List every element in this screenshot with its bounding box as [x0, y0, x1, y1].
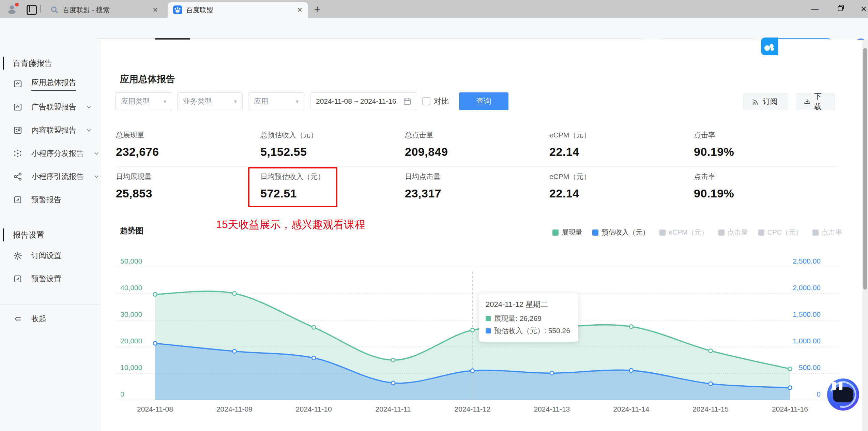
date-range-picker[interactable]: 2024-11-08 ~ 2024-11-16 [310, 92, 417, 110]
tab-strip-divider [40, 5, 41, 13]
sidebar: 百青藤报告 应用总体报告 广告联盟报告 内容联盟报告 [0, 40, 101, 431]
sidebar-item-alert-report[interactable]: 预警报告 [0, 188, 100, 211]
point-展现量[interactable] [629, 325, 633, 328]
point-展现量[interactable] [471, 328, 474, 332]
section-marker [3, 57, 4, 70]
tab-close-icon[interactable]: ✕ [152, 6, 158, 14]
tab-close-icon[interactable]: ✕ [297, 6, 303, 14]
chevron-down-icon: ▾ [234, 98, 237, 105]
sidebar-collapse-button[interactable]: 收起 [0, 304, 100, 330]
point-预估收入（元）[interactable] [550, 371, 554, 375]
app-type-select[interactable]: 应用类型▾ [115, 92, 172, 110]
chevron-down-icon [93, 150, 100, 157]
floating-assistant-button[interactable] [827, 378, 859, 411]
red-annotation-text: 15天收益展示，感兴趣观看课程 [216, 218, 365, 232]
share-icon [13, 172, 22, 181]
compare-checkbox[interactable] [422, 97, 430, 105]
sidebar-item-content-union-report[interactable]: 内容联盟报告 [0, 119, 100, 142]
calendar-icon [403, 97, 411, 105]
assistant-eye [832, 382, 836, 390]
legend-swatch [659, 229, 666, 236]
gear-icon [13, 251, 22, 261]
stat-total-clicks: 总点击量209,849 [405, 130, 549, 159]
sidebar-item-ad-union-report[interactable]: 广告联盟报告 [0, 95, 100, 119]
stat-daily-impressions: 日均展现量25,853 [116, 172, 260, 200]
query-button[interactable]: 查询 [459, 92, 508, 110]
window-close-button[interactable]: ✕ [861, 5, 867, 14]
point-展现量[interactable] [312, 326, 316, 329]
point-预估收入（元）[interactable] [391, 381, 395, 385]
browser-tab-baidu-union[interactable]: 百度联盟 ✕ [168, 2, 308, 18]
y-axis-right-label: 1,000.00 [793, 337, 821, 345]
x-axis-label: 2024-11-15 [692, 405, 729, 413]
point-预估收入（元）[interactable] [709, 382, 713, 386]
section-marker [3, 228, 4, 241]
y-axis-right-label: 500.00 [799, 363, 821, 371]
legend-label: 预估收入（元） [601, 228, 649, 237]
sidebar-item-miniprogram-traffic-report[interactable]: 小程序引流报告 [0, 165, 100, 188]
point-展现量[interactable] [232, 292, 236, 295]
sidebar-item-alert-settings[interactable]: 预警设置 [0, 267, 100, 291]
legend-item[interactable]: 展现量 [552, 228, 582, 237]
scrollbar-thumb[interactable] [863, 48, 867, 289]
biz-type-select[interactable]: 业务类型▾ [177, 92, 243, 110]
sidebar-item-app-overall-report[interactable]: 应用总体报告 [0, 72, 100, 95]
legend-swatch [812, 229, 819, 236]
legend-item[interactable]: 点击量 [718, 228, 748, 237]
point-预估收入（元）[interactable] [471, 369, 474, 373]
point-展现量[interactable] [788, 367, 792, 371]
legend-item[interactable]: 点击率 [812, 228, 842, 237]
stat-ecpm: eCPM（元）22.14 [549, 130, 694, 159]
legend-swatch [552, 229, 559, 236]
point-预估收入（元）[interactable] [312, 356, 316, 360]
workspaces-icon[interactable] [27, 5, 37, 15]
x-axis-label: 2024-11-12 [455, 405, 491, 413]
report-icon [13, 79, 22, 89]
chevron-down-icon [86, 127, 92, 133]
content-report-icon [13, 125, 22, 135]
report-icon [13, 102, 22, 112]
legend-item[interactable]: 预估收入（元） [592, 228, 649, 237]
stats-row-total: 总展现量232,676 总预估收入（元）5,152.55 总点击量209,849… [116, 130, 838, 159]
chevron-down-icon [93, 174, 100, 180]
y-axis-left-label: 10,000 [120, 363, 142, 371]
point-预估收入（元）[interactable] [232, 350, 236, 353]
stat-daily-ecpm: eCPM（元）22.14 [549, 172, 694, 200]
stat-total-revenue: 总预估收入（元）5,152.55 [260, 130, 405, 159]
chart-legend: 展现量预估收入（元）eCPM（元）点击量CPC（元）点击率 [552, 228, 842, 237]
browser-toolbar: https://union.baidu.com/bqt/appco.html#/… [0, 18, 868, 40]
scrollbar-track[interactable] [862, 40, 868, 431]
search-favicon-icon [50, 6, 59, 14]
compare-option[interactable]: 对比 [422, 92, 449, 110]
sidebar-item-subscribe-settings[interactable]: 订阅设置 [0, 244, 100, 267]
rss-icon [751, 98, 759, 106]
point-展现量[interactable] [709, 349, 713, 353]
app-select[interactable]: 应用▾ [248, 92, 304, 110]
chart-tooltip: 2024-11-12 星期二 展现量: 26,269 预估收入（元）: 550.… [479, 293, 578, 342]
stats-row-daily: 日均展现量25,853 日均预估收入（元）572.51 日均点击量23,317 … [116, 172, 838, 200]
browser-tab-search[interactable]: 百度联盟 - 搜索 ✕ [45, 2, 164, 18]
window-minimize-button[interactable]: — [811, 5, 819, 14]
legend-item[interactable]: CPC（元） [758, 228, 802, 237]
point-展现量[interactable] [391, 358, 395, 362]
x-axis-label: 2024-11-13 [534, 405, 570, 413]
point-预估收入（元）[interactable] [629, 369, 633, 372]
alert-report-icon [13, 195, 22, 205]
y-axis-right-label: 2,000.00 [793, 284, 821, 292]
stat-daily-clicks: 日均点击量23,317 [405, 172, 549, 200]
x-axis-label: 2024-11-10 [296, 405, 332, 413]
x-axis-label: 2024-11-14 [613, 405, 649, 413]
legend-item[interactable]: eCPM（元） [659, 228, 708, 237]
point-预估收入（元）[interactable] [788, 386, 792, 390]
point-展现量[interactable] [153, 293, 157, 296]
new-tab-button[interactable]: + [314, 4, 320, 14]
subscribe-button[interactable]: 订阅 [743, 93, 788, 110]
sidebar-item-miniprogram-distribution-report[interactable]: 小程序分发报告 [0, 142, 100, 165]
point-预估收入（元）[interactable] [153, 341, 157, 345]
y-axis-left-label: 40,000 [120, 284, 142, 292]
download-button[interactable]: 下载 [796, 93, 835, 110]
y-axis-right-label: 2,500.00 [793, 257, 821, 265]
assistant-face [833, 387, 853, 402]
window-restore-button[interactable] [837, 4, 845, 14]
red-highlight-box [248, 167, 337, 207]
